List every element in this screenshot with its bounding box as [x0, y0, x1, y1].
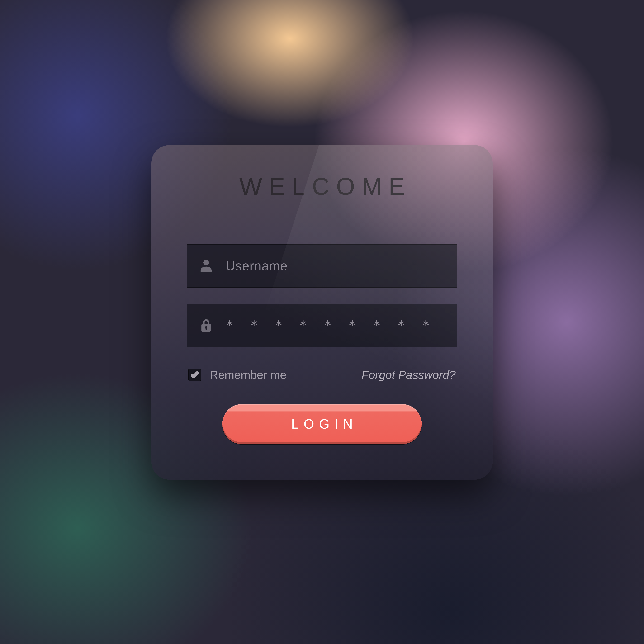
password-mask: * * * * * * * * *: [219, 318, 457, 333]
remember-checkbox[interactable]: [188, 369, 201, 381]
forgot-password-link[interactable]: Forgot Password?: [362, 368, 456, 381]
login-button[interactable]: LOGIN: [222, 404, 422, 444]
title-divider: [190, 210, 454, 210]
password-field[interactable]: * * * * * * * * *: [187, 304, 457, 347]
remember-me-toggle[interactable]: Remember me: [188, 368, 286, 381]
user-icon: [200, 259, 219, 273]
lock-icon: [200, 318, 219, 333]
username-input[interactable]: [219, 245, 457, 287]
remember-label: Remember me: [210, 368, 286, 381]
check-icon: [191, 371, 199, 379]
username-field[interactable]: [187, 244, 457, 288]
options-row: Remember me Forgot Password?: [187, 368, 457, 381]
card-title: WELCOME: [187, 173, 457, 210]
login-card: WELCOME * * * * * * * * * Remember me Fo…: [151, 145, 493, 480]
